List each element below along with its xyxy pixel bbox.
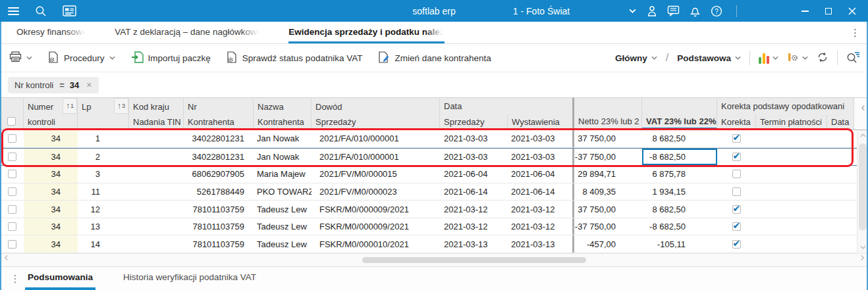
view-secondary-selector[interactable]: Podstawowa <box>677 53 741 63</box>
tab-podsumowania[interactable]: Podsumowania <box>25 267 95 290</box>
horizontal-scrollbar[interactable] <box>0 253 868 266</box>
cell-vat[interactable]: -105,11 <box>642 235 717 253</box>
toolbar: Procedury Importuj paczkę Sprawdź status… <box>0 44 868 72</box>
app-title: softlab erp <box>0 0 868 22</box>
cell-vat[interactable]: 8 682,50 <box>642 130 717 147</box>
close-icon[interactable] <box>840 0 864 22</box>
row-checkbox[interactable] <box>8 187 16 196</box>
chart-view-button[interactable] <box>759 53 778 64</box>
col-nazwa-kontrahenta[interactable]: Nazwa Kontrahenta <box>254 98 312 130</box>
col-korekta[interactable]: Korekta <box>717 114 755 130</box>
news-icon[interactable] <box>63 5 76 16</box>
sort-indicator[interactable]: ↑1 <box>63 98 77 114</box>
col-vat-23[interactable]: VAT 23% lub 22% <box>642 98 717 130</box>
col-data-sprzedazy[interactable]: Sprzedaży <box>440 114 507 130</box>
row-checkbox[interactable] <box>8 205 16 214</box>
vertical-scrollbar-thumb[interactable] <box>859 143 867 230</box>
import-package-button[interactable]: Importuj paczkę <box>131 51 211 65</box>
scroll-left-icon[interactable] <box>3 256 9 260</box>
table-row[interactable]: 34 13 78101103759 Tadeusz Lew FSKR/M0/00… <box>0 218 857 236</box>
row-checkbox[interactable] <box>8 134 16 143</box>
tab-overflow-icon[interactable]: ⋮ <box>842 27 868 39</box>
cell-data-sprzedazy: 2021-03-03 <box>440 149 507 166</box>
select-all-checkbox[interactable] <box>7 117 16 126</box>
col-kod-kraju[interactable]: Kod kraju Nadania TIN <box>129 98 184 130</box>
cell-dowod-sprzedazy: 2021/FV/M0/000015 <box>312 166 440 183</box>
user-icon[interactable] <box>647 5 657 17</box>
tab-ewidencja-sprzedazy[interactable]: Ewidencja sprzedaży i podatku należnego <box>288 22 445 43</box>
row-checkbox[interactable] <box>8 153 16 161</box>
collapse-panel-icon[interactable] <box>854 98 868 130</box>
cell-vat[interactable]: -8 682,50 <box>642 149 717 166</box>
col-lp[interactable]: Lp ↑3 <box>78 98 129 130</box>
chevron-down-icon <box>109 56 115 60</box>
row-checkbox[interactable] <box>8 170 16 178</box>
view-primary-selector[interactable]: Główny <box>615 53 657 63</box>
col-termin-platnosci[interactable]: Termin płatności <box>755 114 827 130</box>
tab-historia-weryfikacji[interactable]: Historia weryfikacji podatnika VAT <box>121 267 259 290</box>
tab-vat-z-deklaracja[interactable]: VAT z deklaracją – dane nagłówkowe <box>115 22 261 43</box>
print-button[interactable] <box>9 51 32 64</box>
cell-vat[interactable]: 8 682,50 <box>642 201 717 218</box>
cell-data-wystawienia: 2021-03-12 <box>507 201 574 218</box>
col-numer-kontroli[interactable]: Numer kontroli ↑1 <box>24 98 78 130</box>
col-data-wystawienia[interactable]: Wystawienia <box>507 114 574 130</box>
filter-field: Nr kontroli <box>14 80 53 90</box>
table-row[interactable]: 34 3 68062907905 Maria Majew 2021/FV/M0/… <box>0 166 857 183</box>
help-icon[interactable]: ? <box>711 5 722 17</box>
company-selector[interactable]: 1 - Foto Świat <box>489 0 594 22</box>
korekta-checkbox[interactable] <box>732 187 741 196</box>
table-row[interactable]: 34 11 5261788449 PKO TOWARZ 2021/FV/M0/0… <box>0 183 857 201</box>
cell-nr-kontrahenta: 34022801231 <box>184 149 254 166</box>
col-dowod-sprzedazy[interactable]: Dowód Sprzedaży <box>312 98 440 130</box>
tab-okresy-finansowe[interactable]: Okresy finansowe <box>16 22 87 43</box>
chevron-down-icon <box>773 56 778 60</box>
korekta-checkbox[interactable] <box>732 205 741 214</box>
col-data-platnosci[interactable]: Data <box>827 114 854 130</box>
cell-netto: -37 750,00 <box>574 149 642 166</box>
view-config-icon <box>787 51 799 65</box>
search-filter-button[interactable] <box>846 51 860 65</box>
select-all-cell[interactable] <box>0 98 24 130</box>
cell-numer-kontroli: 34 <box>24 201 78 218</box>
row-checkbox[interactable] <box>8 240 16 249</box>
table-row[interactable]: 34 1 34022801231 Jan Nowak 2021/FA/010/0… <box>0 130 857 148</box>
change-contractor-button[interactable]: Zmień dane kontrahenta <box>378 51 491 65</box>
horizontal-scrollbar-thumb[interactable] <box>362 257 586 263</box>
minimize-icon[interactable] <box>793 0 817 22</box>
remove-filter-icon[interactable]: × <box>85 80 92 90</box>
korekta-checkbox[interactable] <box>732 170 741 178</box>
bell-icon[interactable] <box>690 5 701 17</box>
col-netto-23[interactable]: Netto 23% lub 2 <box>574 98 642 130</box>
chat-icon[interactable] <box>667 5 680 16</box>
cell-data-platnosci <box>827 201 857 218</box>
row-checkbox[interactable] <box>8 222 16 231</box>
sort-indicator[interactable]: ↑3 <box>114 98 128 114</box>
cell-vat[interactable]: 6 875,78 <box>642 166 717 183</box>
table-row[interactable]: 34 14 78101103759 Tadeusz Lew FSKR/M0/00… <box>0 235 857 253</box>
korekta-checkbox[interactable] <box>732 240 741 249</box>
filter-chip[interactable]: Nr kontroli = 34 × <box>8 77 99 93</box>
chevron-down-icon[interactable] <box>629 0 636 22</box>
cell-data-sprzedazy: 2021-06-14 <box>440 183 507 201</box>
cell-data-sprzedazy: 2021-03-12 <box>440 218 507 235</box>
cell-vat[interactable]: 1 934,15 <box>642 183 717 201</box>
korekta-checkbox[interactable] <box>732 134 741 143</box>
col-nr-kontrahenta[interactable]: Nr Kontrahenta <box>184 98 254 130</box>
view-config-button[interactable] <box>787 51 808 65</box>
maximize-icon[interactable] <box>817 0 840 22</box>
table-row[interactable]: 34 2 34022801231 Jan Nowak 2021/FA/010/0… <box>0 148 857 166</box>
refresh-button[interactable] <box>817 51 828 65</box>
korekta-checkbox[interactable] <box>732 222 741 231</box>
table-row[interactable]: 34 12 78101103759 Tadeusz Lew FSKR/M0/00… <box>0 201 857 218</box>
scroll-right-icon[interactable] <box>859 256 865 260</box>
cell-vat[interactable]: -8 682,50 <box>642 218 717 235</box>
chevron-down-icon <box>26 56 32 60</box>
search-icon[interactable] <box>35 5 47 17</box>
check-vat-status-button[interactable]: Sprawdź status podatnika VAT <box>227 51 363 65</box>
document-gear-icon <box>48 51 59 65</box>
korekta-checkbox[interactable] <box>732 153 741 161</box>
menu-icon[interactable] <box>8 7 19 15</box>
procedures-button[interactable]: Procedury <box>48 51 115 65</box>
bottom-menu-icon[interactable]: ⋮ <box>5 267 25 290</box>
